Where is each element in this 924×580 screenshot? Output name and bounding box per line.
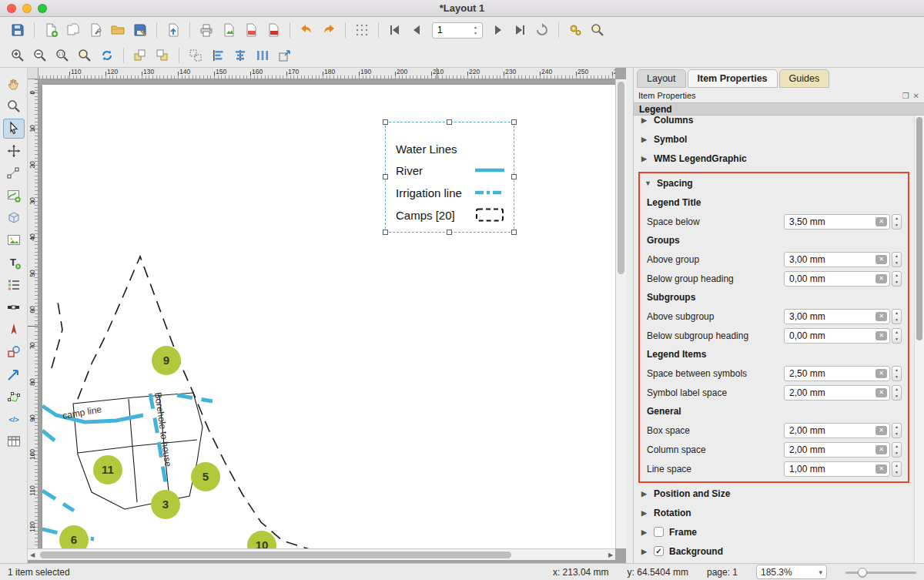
- zoom-to-region-button[interactable]: [588, 20, 608, 40]
- select-move-item-tool[interactable]: [3, 119, 25, 139]
- clear-field-icon[interactable]: ✕: [875, 255, 887, 264]
- close-panel-icon[interactable]: ✕: [913, 92, 919, 100]
- clear-field-icon[interactable]: ✕: [875, 217, 887, 226]
- float-panel-icon[interactable]: ❐: [902, 92, 909, 100]
- zoom-slider-knob[interactable]: [858, 568, 867, 577]
- below-subgroup-heading-field[interactable]: 0,00 mm✕: [784, 328, 890, 344]
- resize-handle[interactable]: [511, 174, 517, 179]
- group-frame[interactable]: ▶Frame: [634, 522, 914, 541]
- frame-checkbox[interactable]: [654, 527, 664, 537]
- spinner[interactable]: ▲▼: [892, 423, 902, 438]
- scroll-left-arrow[interactable]: ◀: [28, 552, 37, 558]
- space-between-symbols-field[interactable]: 2,50 mm✕: [784, 366, 890, 381]
- align-center-button[interactable]: [230, 45, 250, 65]
- group-position-and-size[interactable]: ▶Position and Size: [634, 484, 914, 503]
- above-subgroup-field[interactable]: 3,00 mm✕: [784, 309, 890, 324]
- export-svg-button[interactable]: [241, 20, 261, 40]
- snap-grid-button[interactable]: [352, 20, 372, 40]
- print-button[interactable]: [196, 20, 216, 40]
- group-spacing[interactable]: ▼Spacing: [640, 173, 908, 193]
- tab-item-properties[interactable]: Item Properties: [688, 69, 778, 88]
- open-layout-button[interactable]: [108, 20, 128, 40]
- add-legend-tool[interactable]: [3, 275, 25, 295]
- vertical-scroll-thumb[interactable]: [618, 82, 624, 274]
- page-number-input[interactable]: 1 ▲▼: [432, 22, 483, 39]
- column-space-field[interactable]: 2,00 mm✕: [784, 442, 890, 458]
- distribute-items-button[interactable]: [253, 45, 273, 65]
- first-page-button[interactable]: [385, 20, 405, 40]
- move-item-content-tool[interactable]: [3, 141, 25, 161]
- zoom-in-button[interactable]: [8, 45, 28, 65]
- resize-handle[interactable]: [383, 119, 388, 125]
- add-north-arrow-tool[interactable]: [3, 320, 25, 340]
- panel-scroll-thumb[interactable]: [916, 117, 922, 340]
- vertical-scrollbar[interactable]: [615, 79, 626, 548]
- map-item[interactable]: camp line Borehole to house 9 11 5 3 6 1…: [42, 85, 615, 548]
- layout-canvas[interactable]: 110 120 130 140 150 160 170 180 190 200 …: [28, 68, 626, 563]
- redo-button[interactable]: [319, 20, 339, 40]
- spinner[interactable]: ▲▼: [892, 328, 902, 344]
- spinner[interactable]: ▲▼: [892, 442, 902, 458]
- scroll-right-arrow[interactable]: ▶: [606, 552, 615, 558]
- spinner[interactable]: ▲▼: [892, 461, 902, 477]
- zoom-out-button[interactable]: [30, 45, 50, 65]
- tab-layout[interactable]: Layout: [637, 69, 686, 88]
- add-map-tool[interactable]: [3, 186, 25, 206]
- page-number-spinner[interactable]: ▲▼: [471, 24, 480, 37]
- zoom-window-button[interactable]: [38, 4, 47, 13]
- legend-item-selected[interactable]: Water Lines River Irrigation line Camps …: [385, 122, 514, 233]
- raise-items-button[interactable]: [130, 45, 150, 65]
- close-window-button[interactable]: [7, 4, 16, 13]
- minimize-window-button[interactable]: [22, 4, 32, 13]
- clear-field-icon[interactable]: ✕: [875, 312, 887, 321]
- below-group-heading-field[interactable]: 0,00 mm✕: [784, 271, 890, 287]
- clear-field-icon[interactable]: ✕: [875, 426, 887, 435]
- resize-handle[interactable]: [447, 119, 452, 125]
- horizontal-scrollbar[interactable]: ◀ ▶: [28, 548, 615, 560]
- resize-handle[interactable]: [447, 230, 452, 235]
- resize-handle[interactable]: [383, 230, 388, 235]
- clear-field-icon[interactable]: ✕: [875, 464, 887, 474]
- clear-field-icon[interactable]: ✕: [875, 388, 887, 397]
- zoom-full-button[interactable]: [75, 45, 95, 65]
- spinner[interactable]: ▲▼: [892, 214, 902, 230]
- add-shape-tool[interactable]: [3, 342, 25, 362]
- next-page-button[interactable]: [487, 20, 507, 40]
- last-page-button[interactable]: [510, 20, 530, 40]
- save-project-button[interactable]: [8, 20, 28, 40]
- zoom-slider[interactable]: [845, 567, 916, 578]
- save-as-button[interactable]: [130, 20, 150, 40]
- refresh-button[interactable]: [532, 20, 552, 40]
- above-group-field[interactable]: 3,00 mm✕: [784, 252, 890, 267]
- add-picture-tool[interactable]: [3, 230, 25, 250]
- clear-field-icon[interactable]: ✕: [875, 274, 887, 283]
- new-layout-button[interactable]: [41, 20, 61, 40]
- resize-items-button[interactable]: [275, 45, 295, 65]
- edit-nodes-tool[interactable]: [3, 163, 25, 183]
- line-space-field[interactable]: 1,00 mm✕: [784, 461, 890, 477]
- symbol-label-space-field[interactable]: 2,00 mm✕: [784, 385, 890, 401]
- add-3d-map-tool[interactable]: [3, 208, 25, 228]
- group-columns[interactable]: ▶Columns: [634, 116, 914, 129]
- resize-handle[interactable]: [511, 119, 517, 125]
- group-rotation[interactable]: ▶Rotation: [634, 503, 914, 522]
- zoom-tool[interactable]: [3, 96, 25, 116]
- group-wms-legendgraphic[interactable]: ▶WMS LegendGraphic: [634, 149, 914, 168]
- layout-page[interactable]: camp line Borehole to house 9 11 5 3 6 1…: [42, 85, 615, 548]
- spinner[interactable]: ▲▼: [892, 271, 902, 287]
- lower-items-button[interactable]: [152, 45, 172, 65]
- duplicate-layout-button[interactable]: [63, 20, 83, 40]
- layout-preferences-button[interactable]: [565, 20, 585, 40]
- add-html-tool[interactable]: </>: [3, 409, 25, 429]
- refresh-view-button[interactable]: [97, 45, 117, 65]
- add-table-tool[interactable]: [3, 431, 25, 451]
- group-symbol[interactable]: ▶Symbol: [634, 129, 914, 149]
- space-below-field[interactable]: 3,50 mm✕: [784, 214, 890, 230]
- spinner[interactable]: ▲▼: [892, 309, 902, 324]
- spinner[interactable]: ▲▼: [892, 366, 902, 381]
- zoom-level-combo[interactable]: 185.3% ▾: [756, 565, 827, 579]
- background-checkbox[interactable]: ✓: [654, 546, 664, 556]
- tab-guides[interactable]: Guides: [779, 69, 830, 88]
- undo-button[interactable]: [296, 20, 316, 40]
- box-space-field[interactable]: 2,00 mm✕: [784, 423, 890, 438]
